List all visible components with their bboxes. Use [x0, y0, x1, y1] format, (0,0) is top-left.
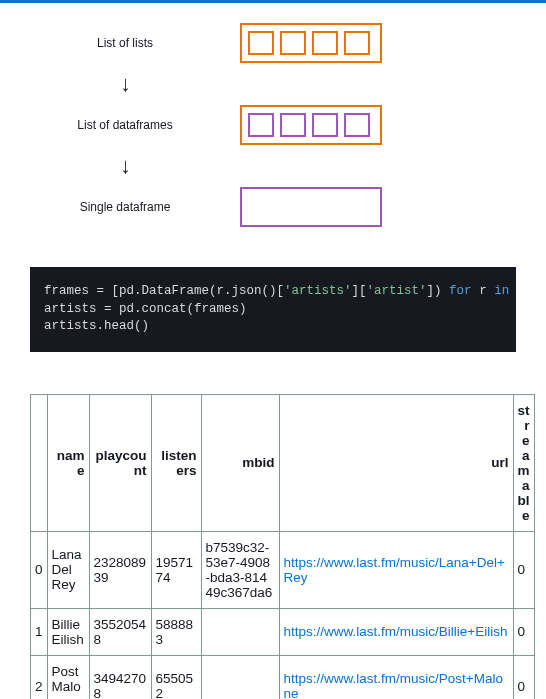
- code-text: frames = [pd.DataFrame(r.json()[: [44, 284, 284, 298]
- cell-streamable: 0: [513, 655, 534, 699]
- table-header-row: name playcount listeners mbid url stream…: [31, 394, 535, 531]
- artist-url-link[interactable]: https://www.last.fm/music/Lana+Del+Rey: [284, 555, 505, 585]
- page-content: List of lists ↓ List of dataframes ↓ Sin…: [0, 3, 546, 699]
- col-name: name: [47, 394, 89, 531]
- diagram-label-list-of-lists: List of lists: [10, 36, 240, 50]
- diagram-label-list-of-dataframes: List of dataframes: [10, 118, 240, 132]
- col-url: url: [279, 394, 513, 531]
- code-keyword: in: [494, 284, 509, 298]
- inner-box: [248, 31, 274, 55]
- row-index: 1: [31, 608, 48, 655]
- cell-streamable: 0: [513, 531, 534, 608]
- table-row: 1Billie Eilish35520548588883https://www.…: [31, 608, 535, 655]
- index-header: [31, 394, 48, 531]
- cell-streamable: 0: [513, 608, 534, 655]
- inner-box: [280, 31, 306, 55]
- down-arrow-icon: ↓: [120, 73, 130, 95]
- cell-mbid: b7539c32-53e7-4908-bda3-81449c367da6: [201, 531, 279, 608]
- cell-listeners: 588883: [151, 608, 201, 655]
- code-string: 'artists': [284, 284, 352, 298]
- cell-playcount: 232808939: [89, 531, 151, 608]
- code-text: r: [472, 284, 495, 298]
- code-string: 'artist': [367, 284, 427, 298]
- cell-url: https://www.last.fm/music/Post+Malone: [279, 655, 513, 699]
- cell-mbid: [201, 655, 279, 699]
- list-of-lists-boxes: [240, 23, 382, 63]
- inner-box: [280, 113, 306, 137]
- code-keyword: for: [449, 284, 472, 298]
- dataframe-output: name playcount listeners mbid url stream…: [0, 394, 546, 700]
- col-listeners: listeners: [151, 394, 201, 531]
- cell-playcount: 34942708: [89, 655, 151, 699]
- inner-box: [312, 31, 338, 55]
- cell-name: Lana Del Rey: [47, 531, 89, 608]
- code-text: responses]: [509, 284, 516, 298]
- cell-listeners: 1957174: [151, 531, 201, 608]
- inner-box: [312, 113, 338, 137]
- code-block: frames = [pd.DataFrame(r.json()['artists…: [30, 267, 516, 352]
- cell-url: https://www.last.fm/music/Lana+Del+Rey: [279, 531, 513, 608]
- down-arrow-icon: ↓: [120, 155, 130, 177]
- cell-playcount: 35520548: [89, 608, 151, 655]
- artists-table: name playcount listeners mbid url stream…: [30, 394, 535, 700]
- inner-box: [344, 31, 370, 55]
- table-row: 2Post Malone34942708655052https://www.la…: [31, 655, 535, 699]
- code-text: ][: [352, 284, 367, 298]
- cell-listeners: 655052: [151, 655, 201, 699]
- col-mbid: mbid: [201, 394, 279, 531]
- cell-name: Billie Eilish: [47, 608, 89, 655]
- artist-url-link[interactable]: https://www.last.fm/music/Billie+Eilish: [284, 624, 508, 639]
- artist-url-link[interactable]: https://www.last.fm/music/Post+Malone: [284, 671, 503, 699]
- row-index: 2: [31, 655, 48, 699]
- list-of-dataframes-boxes: [240, 105, 382, 145]
- single-dataframe-box: [240, 187, 382, 227]
- pipeline-diagram: List of lists ↓ List of dataframes ↓ Sin…: [0, 3, 546, 267]
- code-text: artists = pd.concat(frames): [44, 302, 247, 316]
- diagram-label-single-dataframe: Single dataframe: [10, 200, 240, 214]
- table-row: 0Lana Del Rey2328089391957174b7539c32-53…: [31, 531, 535, 608]
- cell-url: https://www.last.fm/music/Billie+Eilish: [279, 608, 513, 655]
- code-text: artists.head(): [44, 319, 149, 333]
- row-index: 0: [31, 531, 48, 608]
- col-streamable: streamable: [513, 394, 534, 531]
- inner-box: [248, 113, 274, 137]
- cell-name: Post Malone: [47, 655, 89, 699]
- col-playcount: playcount: [89, 394, 151, 531]
- cell-mbid: [201, 608, 279, 655]
- inner-box: [344, 113, 370, 137]
- code-text: ]): [427, 284, 450, 298]
